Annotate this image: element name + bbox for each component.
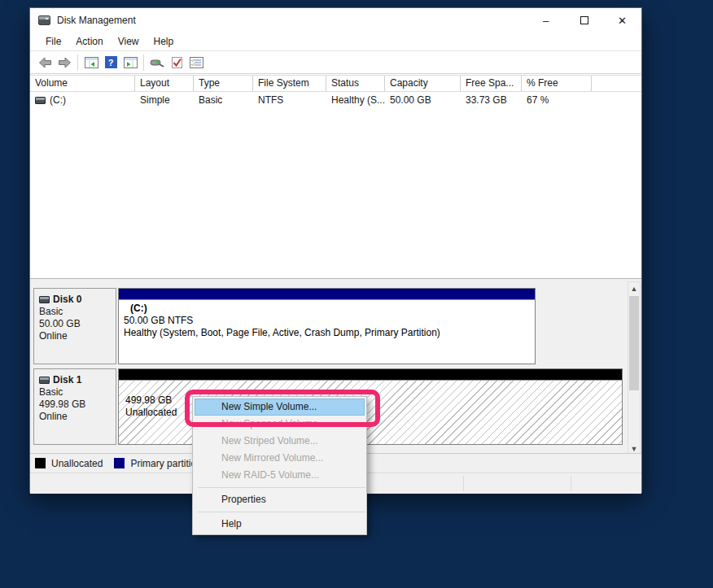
volume-drive-icon xyxy=(35,97,46,104)
volume-name: (C:) xyxy=(50,92,66,109)
legend-unallocated: Unallocated xyxy=(35,458,103,469)
disk1-name: Disk 1 xyxy=(53,374,81,386)
volume-list-header: Volume Layout Type File System Status Ca… xyxy=(30,75,641,92)
menu-file[interactable]: File xyxy=(38,34,68,49)
close-button[interactable]: ✕ xyxy=(603,8,641,33)
disk1-label-box[interactable]: Disk 1 Basic 499.98 GB Online xyxy=(33,368,116,445)
primary-partition-band xyxy=(119,289,535,299)
vertical-scrollbar[interactable]: ▲ ▼ xyxy=(628,281,641,456)
disk0-size: 50.00 GB xyxy=(39,318,116,330)
window-controls: – ✕ xyxy=(527,8,641,33)
disk-icon xyxy=(39,296,50,303)
disk0-label-box[interactable]: Disk 0 Basic 50.00 GB Online xyxy=(33,288,116,364)
menu-separator xyxy=(193,508,366,516)
title-bar[interactable]: Disk Management – ✕ xyxy=(30,8,641,33)
status-cell: Healthy (S... xyxy=(326,92,385,109)
device-scan-icon[interactable] xyxy=(147,53,167,72)
partition-detail: 50.00 GB NTFS xyxy=(124,315,530,327)
menu-item-new-raid5-volume: New RAID-5 Volume... xyxy=(193,467,366,484)
disk0-partition-info: (C:) 50.00 GB NTFS Healthy (System, Boot… xyxy=(119,299,535,364)
disk0-kind: Basic xyxy=(39,306,116,318)
scroll-up-icon[interactable]: ▲ xyxy=(628,282,640,295)
partition-health: Healthy (System, Boot, Page File, Active… xyxy=(124,327,530,339)
column-header-capacity[interactable]: Capacity xyxy=(385,76,461,91)
unallocated-band xyxy=(119,369,622,380)
toolbar: ? xyxy=(30,50,641,74)
column-header-type[interactable]: Type xyxy=(194,76,253,91)
disk0-status: Online xyxy=(39,330,116,342)
desktop-background: Disk Management – ✕ File Action View Hel… xyxy=(0,0,713,588)
volume-cell: (C:) xyxy=(30,92,135,109)
menu-item-properties[interactable]: Properties xyxy=(193,491,366,508)
primary-partition-color-swatch xyxy=(114,458,125,468)
checklist-icon[interactable] xyxy=(186,53,206,72)
show-console-tree-icon[interactable] xyxy=(81,53,101,72)
disk1-kind: Basic xyxy=(39,386,116,399)
minimize-icon: – xyxy=(543,15,549,27)
maximize-icon xyxy=(580,16,588,24)
maximize-button[interactable] xyxy=(565,8,603,33)
disk0-partition-c[interactable]: (C:) 50.00 GB NTFS Healthy (System, Boot… xyxy=(118,288,536,364)
back-arrow-icon[interactable] xyxy=(35,53,55,72)
scrollbar-thumb[interactable] xyxy=(629,296,639,390)
column-header-layout[interactable]: Layout xyxy=(135,76,194,91)
disk0-name: Disk 0 xyxy=(53,294,81,306)
unallocated-color-swatch xyxy=(35,458,46,468)
disk-icon xyxy=(39,377,50,384)
menu-action[interactable]: Action xyxy=(68,34,110,49)
menu-item-new-simple-volume[interactable]: New Simple Volume... xyxy=(195,399,365,416)
commit-check-icon[interactable] xyxy=(167,53,186,72)
free-space-cell: 33.73 GB xyxy=(461,92,522,109)
menu-item-new-spanned-volume: New Spanned Volume... xyxy=(193,416,366,433)
close-icon: ✕ xyxy=(618,15,627,27)
minimize-button[interactable]: – xyxy=(527,8,565,33)
context-menu: New Simple Volume... New Spanned Volume.… xyxy=(192,396,367,535)
column-header-free-space[interactable]: Free Spa... xyxy=(461,76,522,91)
column-header-blank xyxy=(592,76,641,91)
column-header-file-system[interactable]: File System xyxy=(253,76,326,91)
volume-row-c[interactable]: (C:) Simple Basic NTFS Healthy (S... 50.… xyxy=(30,92,641,109)
menu-help[interactable]: Help xyxy=(147,34,182,49)
disk1-status: Online xyxy=(39,411,116,423)
menu-item-new-mirrored-volume: New Mirrored Volume... xyxy=(193,450,366,467)
file-system-cell: NTFS xyxy=(253,92,326,109)
type-cell: Basic xyxy=(194,92,253,109)
window-title: Disk Management xyxy=(57,15,136,26)
partition-label: (C:) xyxy=(124,303,530,315)
menu-view[interactable]: View xyxy=(111,34,147,49)
disk-management-icon xyxy=(38,15,50,25)
menu-bar: File Action View Help xyxy=(30,33,641,50)
forward-arrow-icon[interactable] xyxy=(55,53,74,72)
menu-item-new-striped-volume: New Striped Volume... xyxy=(193,433,366,450)
help-icon[interactable]: ? xyxy=(101,53,120,72)
toolbar-separator xyxy=(77,54,78,71)
column-header-percent-free[interactable]: % Free xyxy=(522,76,592,91)
show-action-pane-icon[interactable] xyxy=(120,53,140,72)
toolbar-separator xyxy=(143,54,144,71)
percent-free-cell: 67 % xyxy=(522,92,592,109)
layout-cell: Simple xyxy=(135,92,194,109)
legend-primary-partition: Primary partition xyxy=(114,458,201,469)
disk1-size: 499.98 GB xyxy=(39,399,116,411)
menu-item-help[interactable]: Help xyxy=(193,516,366,533)
column-header-volume[interactable]: Volume xyxy=(30,76,135,91)
menu-separator xyxy=(193,484,366,491)
capacity-cell: 50.00 GB xyxy=(385,92,461,109)
column-header-status[interactable]: Status xyxy=(326,76,385,91)
